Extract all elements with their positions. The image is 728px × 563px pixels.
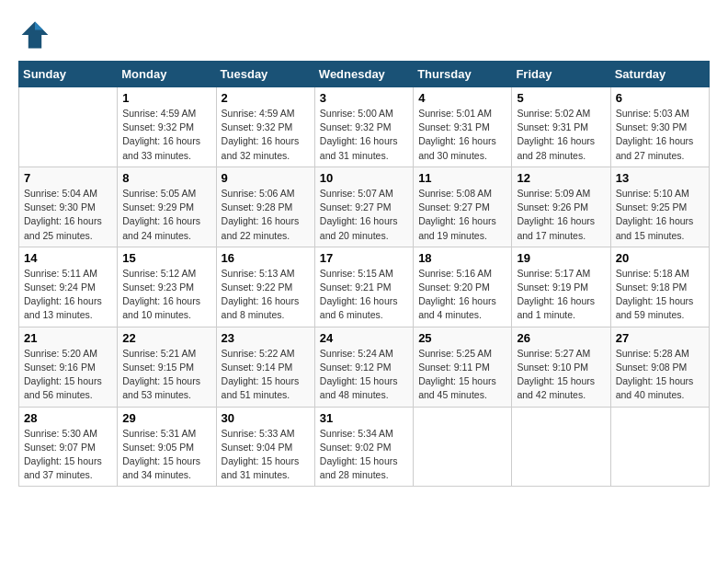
day-info: Sunrise: 5:11 AMSunset: 9:24 PMDaylight:… [24, 267, 112, 323]
day-info: Sunrise: 5:28 AMSunset: 9:08 PMDaylight:… [616, 347, 704, 403]
day-info: Sunrise: 5:24 AMSunset: 9:12 PMDaylight:… [320, 347, 408, 403]
day-cell: 10Sunrise: 5:07 AMSunset: 9:27 PMDayligh… [314, 167, 413, 247]
day-number: 15 [122, 251, 210, 265]
day-number: 18 [418, 251, 506, 265]
header-day-thursday: Thursday [414, 62, 512, 87]
calendar-table: SundayMondayTuesdayWednesdayThursdayFrid… [18, 61, 710, 487]
day-number: 19 [517, 251, 605, 265]
day-cell: 30Sunrise: 5:33 AMSunset: 9:04 PMDayligh… [216, 407, 314, 487]
day-cell: 20Sunrise: 5:18 AMSunset: 9:18 PMDayligh… [610, 247, 709, 327]
day-number: 17 [320, 251, 408, 265]
day-info: Sunrise: 5:12 AMSunset: 9:23 PMDaylight:… [122, 267, 210, 323]
day-cell: 17Sunrise: 5:15 AMSunset: 9:21 PMDayligh… [314, 247, 413, 327]
day-number: 27 [616, 331, 704, 345]
week-row-2: 7Sunrise: 5:04 AMSunset: 9:30 PMDaylight… [19, 167, 710, 247]
day-info: Sunrise: 5:27 AMSunset: 9:10 PMDaylight:… [517, 347, 605, 403]
day-cell: 7Sunrise: 5:04 AMSunset: 9:30 PMDaylight… [19, 167, 118, 247]
day-info: Sunrise: 4:59 AMSunset: 9:32 PMDaylight:… [222, 107, 310, 163]
day-number: 24 [320, 331, 408, 345]
header-day-friday: Friday [512, 62, 610, 87]
day-number: 4 [418, 91, 506, 105]
day-info: Sunrise: 5:17 AMSunset: 9:19 PMDaylight:… [517, 267, 605, 323]
day-number: 3 [320, 91, 408, 105]
day-info: Sunrise: 5:15 AMSunset: 9:21 PMDaylight:… [320, 267, 408, 323]
day-cell: 18Sunrise: 5:16 AMSunset: 9:20 PMDayligh… [414, 247, 512, 327]
day-cell: 1Sunrise: 4:59 AMSunset: 9:32 PMDaylight… [118, 87, 216, 167]
day-cell: 29Sunrise: 5:31 AMSunset: 9:05 PMDayligh… [118, 407, 216, 487]
header-day-saturday: Saturday [610, 62, 709, 87]
day-cell: 24Sunrise: 5:24 AMSunset: 9:12 PMDayligh… [314, 327, 413, 407]
day-number: 30 [222, 411, 310, 425]
day-cell: 5Sunrise: 5:02 AMSunset: 9:31 PMDaylight… [512, 87, 610, 167]
day-cell: 11Sunrise: 5:08 AMSunset: 9:27 PMDayligh… [414, 167, 512, 247]
day-info: Sunrise: 5:13 AMSunset: 9:22 PMDaylight:… [222, 267, 310, 323]
day-number: 25 [418, 331, 506, 345]
day-number: 12 [517, 171, 605, 185]
day-cell: 21Sunrise: 5:20 AMSunset: 9:16 PMDayligh… [19, 327, 118, 407]
day-cell: 12Sunrise: 5:09 AMSunset: 9:26 PMDayligh… [512, 167, 610, 247]
day-cell: 31Sunrise: 5:34 AMSunset: 9:02 PMDayligh… [314, 407, 413, 487]
day-cell [512, 407, 610, 487]
day-info: Sunrise: 5:20 AMSunset: 9:16 PMDaylight:… [24, 347, 112, 403]
day-info: Sunrise: 5:21 AMSunset: 9:15 PMDaylight:… [122, 347, 210, 403]
day-number: 16 [222, 251, 310, 265]
page-header [18, 18, 710, 52]
day-cell [19, 87, 118, 167]
day-cell: 14Sunrise: 5:11 AMSunset: 9:24 PMDayligh… [19, 247, 118, 327]
calendar-header: SundayMondayTuesdayWednesdayThursdayFrid… [19, 62, 710, 87]
day-number: 20 [616, 251, 704, 265]
day-number: 21 [24, 331, 112, 345]
day-number: 6 [616, 91, 704, 105]
day-cell: 2Sunrise: 4:59 AMSunset: 9:32 PMDaylight… [216, 87, 314, 167]
day-cell: 16Sunrise: 5:13 AMSunset: 9:22 PMDayligh… [216, 247, 314, 327]
day-number: 2 [222, 91, 310, 105]
day-cell: 8Sunrise: 5:05 AMSunset: 9:29 PMDaylight… [118, 167, 216, 247]
day-number: 22 [122, 331, 210, 345]
day-cell: 25Sunrise: 5:25 AMSunset: 9:11 PMDayligh… [414, 327, 512, 407]
day-info: Sunrise: 5:04 AMSunset: 9:30 PMDaylight:… [24, 187, 112, 243]
week-row-4: 21Sunrise: 5:20 AMSunset: 9:16 PMDayligh… [19, 327, 710, 407]
day-info: Sunrise: 5:00 AMSunset: 9:32 PMDaylight:… [320, 107, 408, 163]
day-number: 7 [24, 171, 112, 185]
day-number: 8 [122, 171, 210, 185]
logo-icon [18, 18, 51, 52]
day-info: Sunrise: 5:10 AMSunset: 9:25 PMDaylight:… [616, 187, 704, 243]
day-cell: 15Sunrise: 5:12 AMSunset: 9:23 PMDayligh… [118, 247, 216, 327]
header-day-monday: Monday [118, 62, 216, 87]
day-cell: 6Sunrise: 5:03 AMSunset: 9:30 PMDaylight… [610, 87, 709, 167]
day-number: 31 [320, 411, 408, 425]
day-info: Sunrise: 5:30 AMSunset: 9:07 PMDaylight:… [24, 427, 112, 483]
day-number: 5 [517, 91, 605, 105]
day-info: Sunrise: 5:08 AMSunset: 9:27 PMDaylight:… [418, 187, 506, 243]
day-info: Sunrise: 5:06 AMSunset: 9:28 PMDaylight:… [222, 187, 310, 243]
day-number: 13 [616, 171, 704, 185]
day-cell: 22Sunrise: 5:21 AMSunset: 9:15 PMDayligh… [118, 327, 216, 407]
day-cell [610, 407, 709, 487]
day-info: Sunrise: 5:31 AMSunset: 9:05 PMDaylight:… [122, 427, 210, 483]
day-number: 14 [24, 251, 112, 265]
day-cell: 13Sunrise: 5:10 AMSunset: 9:25 PMDayligh… [610, 167, 709, 247]
week-row-5: 28Sunrise: 5:30 AMSunset: 9:07 PMDayligh… [19, 407, 710, 487]
day-number: 9 [222, 171, 310, 185]
header-day-wednesday: Wednesday [314, 62, 413, 87]
day-info: Sunrise: 5:03 AMSunset: 9:30 PMDaylight:… [616, 107, 704, 163]
header-row: SundayMondayTuesdayWednesdayThursdayFrid… [19, 62, 710, 87]
svg-marker-1 [35, 22, 43, 30]
day-info: Sunrise: 5:22 AMSunset: 9:14 PMDaylight:… [222, 347, 310, 403]
day-cell: 9Sunrise: 5:06 AMSunset: 9:28 PMDaylight… [216, 167, 314, 247]
day-number: 10 [320, 171, 408, 185]
calendar-body: 1Sunrise: 4:59 AMSunset: 9:32 PMDaylight… [19, 87, 710, 487]
day-cell: 27Sunrise: 5:28 AMSunset: 9:08 PMDayligh… [610, 327, 709, 407]
week-row-3: 14Sunrise: 5:11 AMSunset: 9:24 PMDayligh… [19, 247, 710, 327]
day-number: 26 [517, 331, 605, 345]
day-number: 23 [222, 331, 310, 345]
day-cell: 19Sunrise: 5:17 AMSunset: 9:19 PMDayligh… [512, 247, 610, 327]
day-info: Sunrise: 5:16 AMSunset: 9:20 PMDaylight:… [418, 267, 506, 323]
day-number: 11 [418, 171, 506, 185]
day-info: Sunrise: 5:05 AMSunset: 9:29 PMDaylight:… [122, 187, 210, 243]
logo [18, 18, 55, 52]
day-info: Sunrise: 5:25 AMSunset: 9:11 PMDaylight:… [418, 347, 506, 403]
header-day-tuesday: Tuesday [216, 62, 314, 87]
day-cell: 26Sunrise: 5:27 AMSunset: 9:10 PMDayligh… [512, 327, 610, 407]
day-cell: 4Sunrise: 5:01 AMSunset: 9:31 PMDaylight… [414, 87, 512, 167]
